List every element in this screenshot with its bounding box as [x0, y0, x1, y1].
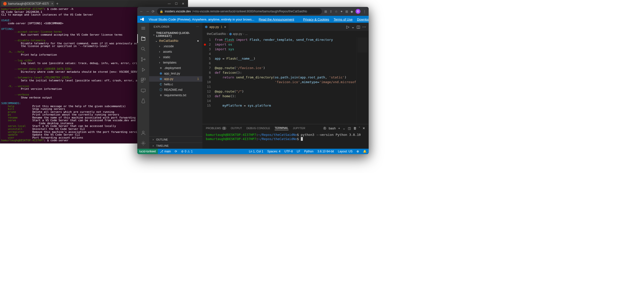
sync-status[interactable]: ⟳ [173, 149, 179, 154]
chevron-down-icon: ⌄ [155, 39, 158, 42]
search-icon[interactable] [140, 46, 147, 52]
install-icon[interactable]: ⊞ [324, 10, 327, 13]
forward-icon[interactable]: → [146, 10, 149, 13]
split-editor-icon[interactable]: ◫ [356, 24, 360, 29]
reload-icon[interactable]: ⟳ [152, 10, 155, 13]
python-icon: ⬢ [229, 32, 232, 36]
tree-folder-assets[interactable]: ›assets [149, 49, 202, 54]
python-interpreter[interactable]: 3.8.10 64-bit [316, 149, 336, 154]
menu-icon[interactable] [140, 25, 147, 32]
tab-output[interactable]: OUTPUT [231, 127, 242, 130]
close-icon[interactable]: × [224, 25, 226, 29]
gear-icon[interactable] [140, 140, 147, 147]
tree-folder-static[interactable]: ›static [149, 54, 202, 60]
cursor-position[interactable]: Ln 1, Col 1 [247, 149, 265, 154]
chevron-down-icon[interactable]: ⌄ [343, 126, 346, 130]
more-icon[interactable]: ⋯ [196, 25, 199, 28]
share-icon[interactable]: ⇪ [330, 10, 332, 13]
branch-status[interactable]: ⎇main [158, 149, 173, 154]
tree-file-readme[interactable]: ⓘREADME.md [149, 87, 202, 92]
workspace-folder[interactable]: ⌄ THECATSAIDNO [LUCID-LORIKEET] [149, 31, 202, 38]
language-status[interactable]: Python [302, 149, 316, 154]
eol-status[interactable]: LF [295, 149, 302, 154]
close-icon[interactable]: × [51, 2, 53, 6]
favorite-icon[interactable]: ☆ [335, 10, 338, 13]
source-control-icon[interactable] [140, 56, 147, 63]
trash-icon[interactable]: 🗑 [353, 126, 356, 130]
tab-jupyter[interactable]: JUPYTER [293, 127, 305, 130]
minimize-button[interactable]: — [168, 2, 171, 6]
timeline-section[interactable]: ›TIMELINE [149, 142, 202, 149]
tree-file-requirements[interactable]: ≡requirements.txt [149, 92, 202, 98]
debug-icon[interactable] [140, 66, 147, 73]
more-icon[interactable]: ⋯ [362, 24, 366, 29]
remote-explorer-icon[interactable] [140, 87, 147, 94]
indentation-status[interactable]: Spaces: 4 [265, 149, 282, 154]
read-announcement-link[interactable]: Read the Announcement [259, 18, 294, 21]
run-icon[interactable]: ▷ [346, 24, 349, 29]
tree-folder-vscode[interactable]: ›.vscode [149, 44, 202, 49]
code-editor[interactable]: 1●234 56789 101112131415 from flask impo… [202, 37, 369, 124]
avatar[interactable]: B [356, 9, 360, 14]
warning-icon: ⚠ [187, 150, 190, 153]
new-tab-button[interactable]: + [54, 2, 60, 6]
outline-section[interactable]: ›OUTLINE [149, 136, 202, 142]
tree-file-deployment[interactable]: ≡.deployment [149, 65, 202, 71]
tab-terminal[interactable]: TERMINAL [274, 126, 288, 130]
split-terminal-icon[interactable]: ◫ [348, 126, 351, 130]
maximize-button[interactable]: ☐ [174, 2, 178, 6]
menu-icon[interactable]: ⋮ [363, 10, 366, 13]
close-button[interactable]: ✕ [181, 2, 185, 6]
minimap[interactable] [356, 37, 369, 124]
workspace-name: THECATSAIDNO [LUCID-LORIKEET] [156, 32, 200, 37]
tree-file-apptest[interactable]: ⬢app_test.py [149, 71, 202, 76]
terminal-tab[interactable]: bamurtaugh@DESKTOP-4I37I × [1, 1, 54, 6]
chevron-up-icon[interactable]: ˆ [359, 126, 360, 130]
accounts-icon[interactable] [140, 130, 147, 136]
puzzle-icon[interactable]: ⊞ [346, 10, 348, 13]
branch-icon: ⎇ [160, 150, 163, 153]
chevron-right-icon: › [159, 44, 162, 48]
new-terminal-button[interactable]: + [338, 126, 340, 130]
close-icon[interactable]: ✕ [362, 126, 365, 130]
tree-file-hello[interactable]: Chello.c [149, 82, 202, 87]
browser-window: ← → ⟳ 🔒 insiders.vscode.dev/+ms-vscode.r… [137, 7, 369, 154]
file-icon: ≡ [159, 66, 162, 70]
download-link[interactable]: Download VS Code [357, 18, 369, 21]
tree-folder-templates[interactable]: ›templates [149, 60, 202, 65]
tree-file-app[interactable]: ⬢app.py1 [149, 76, 202, 82]
address-bar[interactable]: 🔒 insiders.vscode.dev/+ms-vscode.remote-… [157, 8, 322, 14]
integrated-terminal[interactable]: bamurtaugh@DESKTOP-4I37HP7:~/Repos/theCa… [202, 132, 369, 149]
file-icon: ≡ [159, 94, 162, 97]
encoding-status[interactable]: UTF-8 [282, 149, 295, 154]
svg-point-3 [144, 59, 145, 60]
testing-icon[interactable] [140, 98, 147, 104]
problems-status[interactable]: ⊘0 ⚠1 [179, 149, 194, 154]
back-icon[interactable]: ← [140, 10, 143, 13]
tab-problems[interactable]: PROBLEMS1 [206, 127, 226, 130]
cursor [301, 137, 303, 141]
svg-rect-7 [141, 89, 146, 92]
terms-link[interactable]: Terms of Use [334, 18, 352, 21]
tree-root[interactable]: ⌄ theCatSaidNo ● [149, 38, 202, 44]
remote-status[interactable]: lucid-lorikeet [137, 149, 158, 154]
feedback-icon[interactable]: ⊕ [354, 149, 361, 154]
modified-badge: 1 [197, 77, 200, 81]
announcement-text: Visual Studio Code (Preview). Anywhere, … [149, 18, 254, 21]
code-content[interactable]: from flask import Flask, render_template… [215, 37, 356, 124]
svg-rect-4 [141, 78, 143, 80]
tab-app-py[interactable]: ⬢ app.py 1 × [202, 23, 229, 31]
shell-name[interactable]: bash [329, 126, 336, 130]
explorer-icon[interactable] [140, 35, 147, 42]
keyboard-layout[interactable]: Layout: US [336, 149, 354, 154]
extensions-icon[interactable] [140, 77, 147, 84]
privacy-link[interactable]: Privacy & Cookies [303, 18, 329, 21]
chevron-down-icon[interactable]: ⌄ [351, 24, 354, 29]
breakpoint-icon: ● [204, 42, 206, 47]
bell-icon[interactable]: 🔔 [361, 149, 369, 154]
breadcrumb[interactable]: theCatSaidNo› ⬢app.py› ... [202, 31, 369, 37]
extension-icon[interactable]: ✦ [340, 10, 343, 13]
extension2-icon[interactable]: ◆ [350, 10, 353, 13]
tab-debug-console[interactable]: DEBUG CONSOLE [246, 127, 270, 130]
svg-rect-6 [141, 80, 143, 82]
